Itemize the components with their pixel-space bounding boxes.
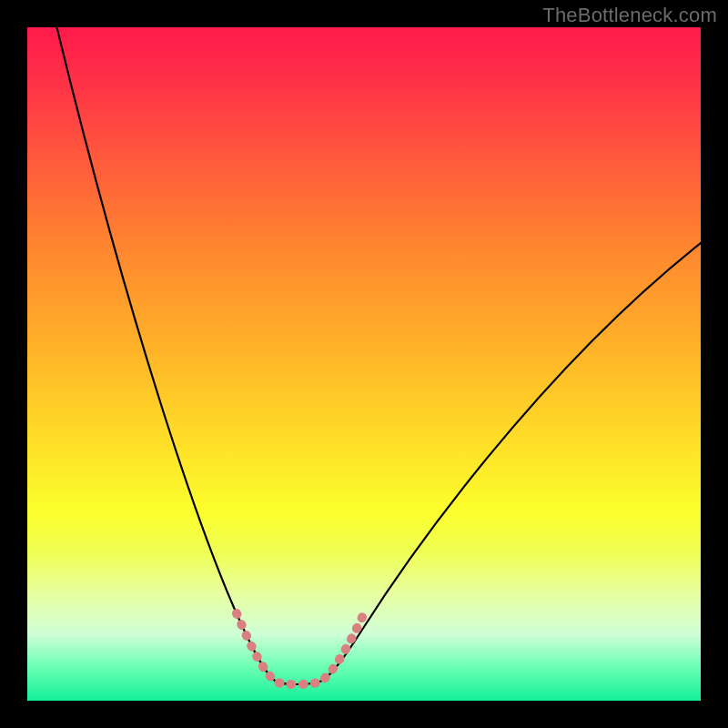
chart-frame: TheBottleneck.com xyxy=(0,0,728,728)
curve-svg xyxy=(27,27,701,701)
plot-area xyxy=(27,27,701,701)
highlight-segment-path xyxy=(237,613,364,684)
bottleneck-curve-path xyxy=(55,27,701,684)
watermark-text: TheBottleneck.com xyxy=(542,4,717,27)
